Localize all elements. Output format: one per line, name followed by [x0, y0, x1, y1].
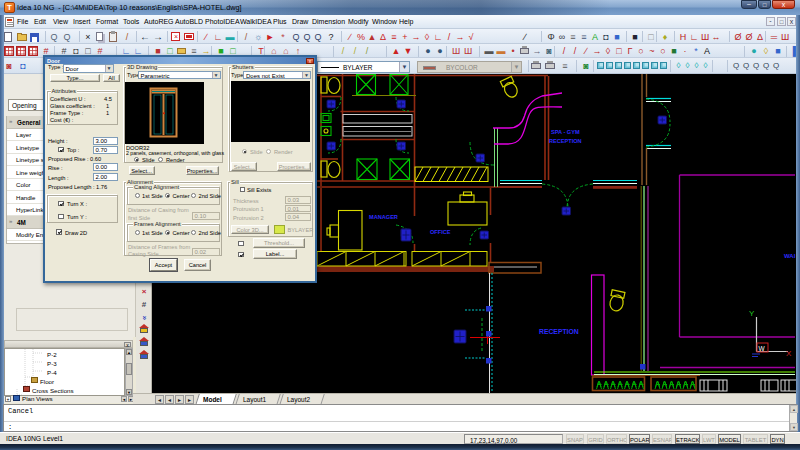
svg-text:X: X	[786, 349, 792, 358]
svg-text:RECEPTION: RECEPTION	[539, 328, 579, 335]
svg-text:W: W	[759, 345, 766, 352]
svg-text:Y: Y	[749, 309, 755, 318]
svg-text:SPA - GYM: SPA - GYM	[551, 129, 580, 135]
svg-text:MANAGER: MANAGER	[369, 214, 398, 220]
svg-text:WAI: WAI	[784, 253, 796, 259]
svg-text:RECEPTION: RECEPTION	[549, 138, 582, 144]
svg-text:OFFICE: OFFICE	[430, 229, 451, 235]
